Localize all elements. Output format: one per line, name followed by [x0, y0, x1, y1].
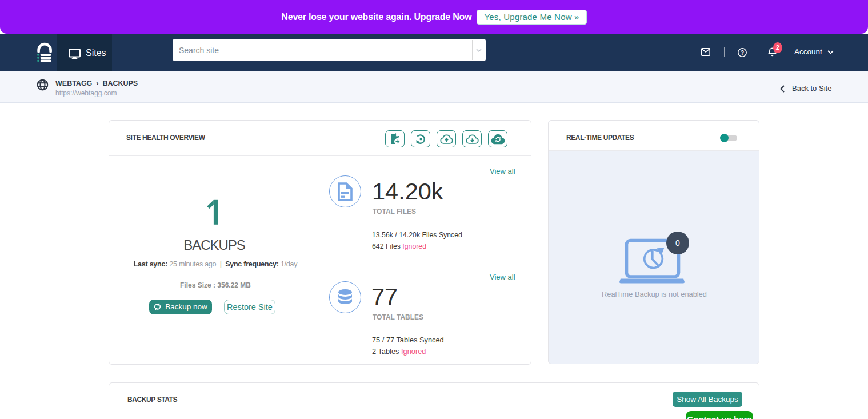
svg-text:?: ? — [741, 50, 744, 56]
